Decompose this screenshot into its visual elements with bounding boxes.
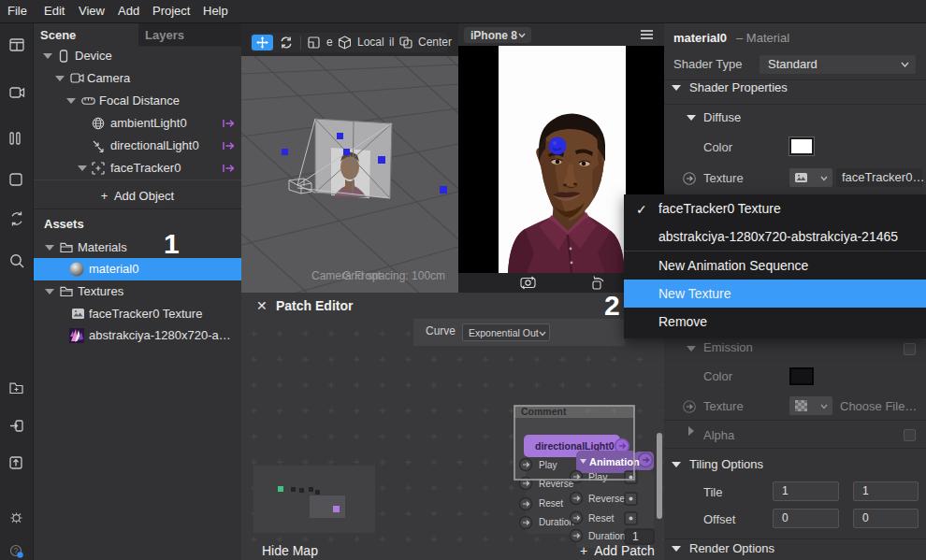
svg-text:Reset: Reset [588,512,615,524]
svg-text:Animation: Animation [589,456,640,467]
svg-text:Duration: Duration [588,530,626,541]
svg-text:Reset: Reset [539,498,563,509]
svg-text:Comment: Comment [521,406,567,417]
svg-text:Duration: Duration [539,517,574,527]
svg-text:Play: Play [539,460,557,470]
svg-text:directionalLight0: directionalLight0 [535,440,615,452]
svg-text:1: 1 [632,530,639,543]
svg-text:Play: Play [588,471,608,482]
svg-text:Reverse: Reverse [588,493,625,504]
